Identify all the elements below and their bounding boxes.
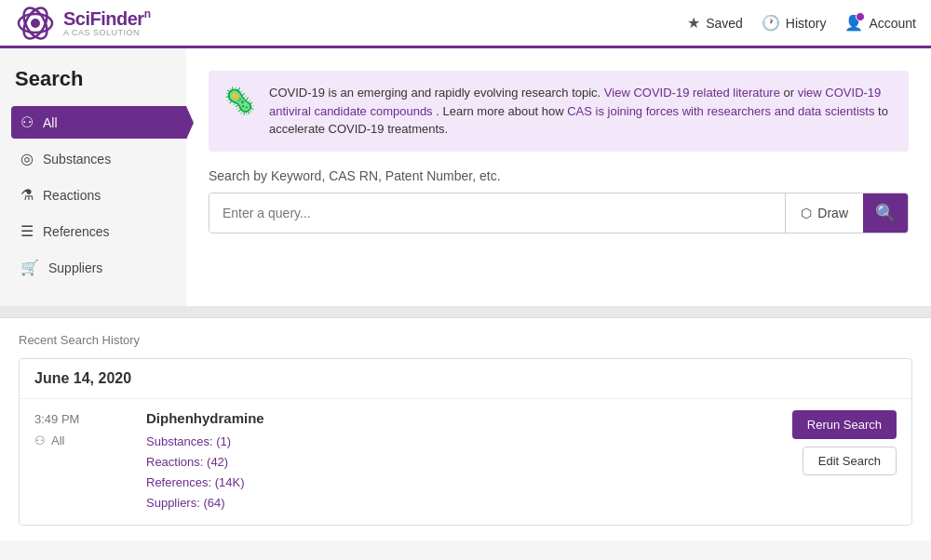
logo-title: SciFindern [63,8,150,29]
entry-type-icon: ⚇ [34,433,46,447]
search-bar: ⬡ Draw 🔍 [209,193,909,233]
references-icon: ☰ [20,222,34,240]
history-entry: 3:49 PM ⚇ All Diphenhydramine Substances… [20,399,911,525]
history-section-title: Recent Search History [19,333,912,347]
entry-type-display: ⚇ All [34,433,146,447]
account-nav-item[interactable]: 👤 Account [844,14,916,32]
covid-icon: 🦠 [223,86,256,116]
substances-icon: ◎ [20,150,34,167]
entry-time: 3:49 PM ⚇ All [34,410,146,447]
draw-button[interactable]: ⬡ Draw [785,193,863,233]
search-button[interactable]: 🔍 [863,193,908,233]
result-substances: Substances: (1) [146,432,777,452]
logo-subtitle: A CAS SOLUTION [63,29,150,38]
result-suppliers: Suppliers: (64) [146,493,777,513]
covid-link-literature[interactable]: View COVID-19 related literature [604,86,780,100]
draw-icon: ⬡ [801,206,812,220]
sidebar-item-references[interactable]: ☰ References [11,215,186,247]
covid-link-cas[interactable]: CAS is joining forces with researchers a… [567,104,874,118]
rerun-search-button[interactable]: Rerun Search [792,410,897,439]
search-icon: 🔍 [875,203,896,223]
entry-query: Diphenhydramine [146,410,777,426]
sidebar-item-reactions[interactable]: ⚗ Reactions [11,179,186,211]
result-references: References: (14K) [146,473,777,493]
reactions-icon: ⚗ [20,186,34,204]
history-section: Recent Search History June 14, 2020 3:49… [0,317,931,540]
logo-text: SciFindern A CAS SOLUTION [63,8,150,38]
saved-nav-item[interactable]: ★ Saved [687,14,743,32]
account-icon: 👤 [844,14,863,32]
history-card: June 14, 2020 3:49 PM ⚇ All Diphenhydram… [19,358,912,526]
sidebar: Search ⚇ All ◎ Substances ⚗ Reactions ☰ … [0,48,186,306]
header-nav: ★ Saved 🕐 History 👤 Account [687,14,916,32]
logo-area: SciFindern A CAS SOLUTION [15,7,687,40]
covid-text: COVID-19 is an emerging and rapidly evol… [269,84,894,139]
content-area: 🦠 COVID-19 is an emerging and rapidly ev… [186,48,931,306]
star-icon: ★ [687,14,700,32]
history-date: June 14, 2020 [20,359,911,399]
sidebar-title: Search [11,67,186,91]
entry-actions: Rerun Search Edit Search [792,410,897,475]
logo-icon [15,7,56,40]
suppliers-icon: 🛒 [20,259,39,276]
sidebar-item-substances[interactable]: ◎ Substances [11,142,186,175]
page-wrapper: SciFindern A CAS SOLUTION ★ Saved 🕐 Hist… [0,0,931,560]
history-nav-item[interactable]: 🕐 History [762,14,827,32]
search-input[interactable] [209,193,785,233]
clock-icon: 🕐 [762,14,780,32]
all-icon: ⚇ [20,113,34,131]
header: SciFindern A CAS SOLUTION ★ Saved 🕐 Hist… [0,0,931,48]
sidebar-item-suppliers[interactable]: 🛒 Suppliers [11,251,186,284]
sidebar-item-all[interactable]: ⚇ All [11,106,186,139]
top-section: Search ⚇ All ◎ Substances ⚗ Reactions ☰ … [0,48,931,306]
entry-results: Substances: (1) Reactions: (42) Referenc… [146,432,777,513]
search-label: Search by Keyword, CAS RN, Patent Number… [209,168,909,183]
result-reactions: Reactions: (42) [146,452,777,473]
covid-banner: 🦠 COVID-19 is an emerging and rapidly ev… [209,71,909,152]
edit-search-button[interactable]: Edit Search [803,447,897,475]
entry-details: Diphenhydramine Substances: (1) Reaction… [146,410,777,513]
section-separator [0,306,931,317]
svg-point-3 [31,19,40,28]
